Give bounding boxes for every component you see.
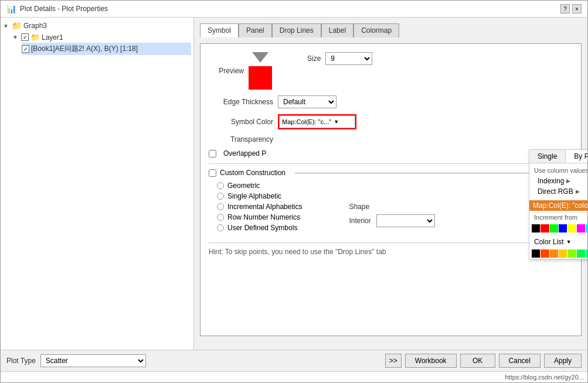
color-cell[interactable]	[550, 249, 558, 258]
url-bar: https://blog.csdn.net/gy20...	[1, 371, 587, 382]
tree-item-data[interactable]: ✓ [Book1]AE问题2! A(X), B(Y) [1:18]	[22, 43, 191, 55]
dropdown-indexing-label: Indexing	[538, 177, 564, 185]
symbol-color-button[interactable]: Map:Col(E): "c..." ▼	[279, 115, 355, 128]
color-list-arrow-icon: ▼	[566, 239, 572, 245]
folder-icon-layer: 📁	[30, 33, 40, 42]
radio-single-alpha-input[interactable]	[217, 193, 224, 200]
color-cell[interactable]	[577, 249, 585, 258]
plot-type-select[interactable]: Scatter	[40, 354, 146, 367]
custom-section: Custom Construction Geometric Single Alp…	[209, 163, 573, 234]
close-btn[interactable]: ×	[572, 4, 582, 13]
radio-row-number-input[interactable]	[217, 214, 224, 221]
radio-single-alpha-label: Single Alphabetic	[227, 192, 281, 200]
color-cell[interactable]	[532, 224, 540, 232]
hint-text: Hint: To skip points, you need to use th…	[209, 242, 573, 256]
plot-type-label: Plot Type	[6, 357, 36, 365]
tab-content: Preview Size 9 8 10	[200, 43, 582, 336]
interior-label: Interior	[349, 214, 435, 227]
dropdown-tab-by-points[interactable]: By Points	[566, 150, 587, 163]
right-panel: Symbol Panel Drop Lines Label Colormap P…	[194, 18, 587, 350]
radio-incremental-alpha: Incremental Alphabetics	[217, 203, 302, 211]
ok-btn[interactable]: OK	[460, 354, 495, 368]
color-cell[interactable]	[586, 224, 587, 232]
custom-construction-checkbox[interactable]	[209, 169, 216, 177]
tab-panel[interactable]: Panel	[239, 23, 272, 37]
tab-drop-lines[interactable]: Drop Lines	[272, 23, 321, 37]
tree-label-data: [Book1]AE问题2! A(X), B(Y) [1:18]	[31, 44, 138, 54]
color-cell[interactable]	[559, 249, 567, 258]
overlapped-row: Overlapped P	[209, 149, 573, 158]
color-cell[interactable]	[532, 249, 540, 258]
color-cell[interactable]	[541, 224, 549, 232]
tree-checkbox-layer1[interactable]: ✓	[21, 33, 29, 41]
radio-user-defined-label: User Defined Symbols	[227, 224, 297, 232]
tab-label[interactable]: Label	[321, 23, 354, 37]
tree-item-layer1[interactable]: ▼ ✓ 📁 Layer1	[12, 32, 191, 43]
folder-icon: 📁	[12, 21, 22, 30]
radio-row-number: Row Number Numerics	[217, 213, 302, 221]
window-icon: 📊	[6, 4, 16, 13]
nav-btn[interactable]: >>	[385, 354, 402, 368]
color-row-2	[529, 248, 587, 259]
tree-checkbox-data[interactable]: ✓	[22, 45, 29, 53]
tree-label-graph3: Graph3	[23, 22, 47, 30]
interior-select[interactable]	[376, 214, 435, 227]
dropdown-selected-item[interactable]: Map:Col(E): "color" ▼	[529, 200, 587, 211]
dropdown-tabs: Single By Points	[529, 150, 587, 163]
color-cell[interactable]	[577, 224, 585, 232]
color-cell[interactable]	[550, 224, 558, 232]
url-text: https://blog.csdn.net/gy20...	[505, 374, 584, 381]
tree-label-layer1: Layer1	[42, 33, 63, 42]
radio-geometric: Geometric	[217, 182, 573, 190]
direct-rgb-arrow-icon: ▶	[576, 189, 580, 194]
tree-expand-icon-layer: ▼	[12, 34, 19, 40]
symbol-color-label: Symbol Color	[209, 118, 273, 126]
overlapped-label: Overlapped P	[223, 149, 266, 158]
radio-incremental-alpha-input[interactable]	[217, 203, 224, 210]
size-select[interactable]: 9 8 10	[325, 52, 372, 65]
size-select-wrapper[interactable]: 9 8 10	[325, 52, 372, 65]
color-cell[interactable]	[567, 249, 576, 258]
transparency-label: Transparency	[209, 135, 273, 143]
dropdown-direct-rgb-label: Direct RGB	[538, 187, 573, 196]
tab-colormap[interactable]: Colormap	[354, 23, 399, 37]
tab-symbol[interactable]: Symbol	[200, 23, 239, 37]
tree-item-graph3[interactable]: ▼ 📁 Graph3	[3, 20, 191, 32]
custom-construction-label: Custom Construction	[220, 169, 285, 177]
overlapped-checkbox[interactable]	[209, 150, 216, 158]
radio-single-alpha: Single Alphabetic	[217, 192, 573, 200]
use-column-values-label: Use column values	[534, 167, 587, 174]
preview-arrow-down	[252, 52, 268, 63]
bottom-bar: Plot Type Scatter >> Workbook OK Cancel …	[1, 350, 587, 371]
color-cell[interactable]	[567, 224, 576, 232]
radio-incremental-alpha-label: Incremental Alphabetics	[227, 203, 302, 211]
color-list-header[interactable]: Color List ▼	[529, 235, 587, 248]
radio-geometric-label: Geometric	[227, 182, 260, 190]
color-list-label: Color List	[534, 238, 564, 246]
color-button-dropdown-icon: ▼	[334, 119, 339, 125]
help-btn[interactable]: ?	[560, 4, 570, 13]
edge-thickness-row: Edge Thickness Default	[209, 95, 573, 108]
cancel-btn[interactable]: Cancel	[499, 354, 541, 368]
transparency-row: Transparency	[209, 135, 573, 143]
dropdown-selected-label: Map:Col(E): "color"	[533, 201, 587, 210]
radio-user-defined-input[interactable]	[217, 224, 224, 231]
color-row-1	[529, 223, 587, 234]
color-cell[interactable]	[559, 224, 567, 232]
dropdown-direct-rgb[interactable]: Direct RGB ▶	[534, 186, 587, 197]
color-cell[interactable]	[586, 249, 587, 258]
dropdown-indexing[interactable]: Indexing ▶	[534, 176, 587, 186]
dropdown-tab-single[interactable]: Single	[529, 150, 566, 163]
radio-group: Geometric Single Alphabetic Incremental …	[217, 182, 573, 234]
shape-label: Shape	[349, 203, 435, 211]
color-cell[interactable]	[541, 249, 549, 258]
color-button-text: Map:Col(E): "c..."	[282, 118, 331, 125]
increment-from-label: Increment from	[529, 212, 587, 222]
apply-btn[interactable]: Apply	[544, 354, 582, 368]
edge-thickness-select[interactable]: Default	[278, 95, 337, 108]
indexing-arrow-icon: ▶	[566, 178, 570, 184]
workbook-btn[interactable]: Workbook	[405, 354, 457, 368]
edge-thickness-label: Edge Thickness	[209, 98, 273, 106]
dropdown-section-columns: Use column values Indexing ▶ Direct RGB …	[529, 163, 587, 200]
radio-geometric-input[interactable]	[217, 182, 224, 189]
